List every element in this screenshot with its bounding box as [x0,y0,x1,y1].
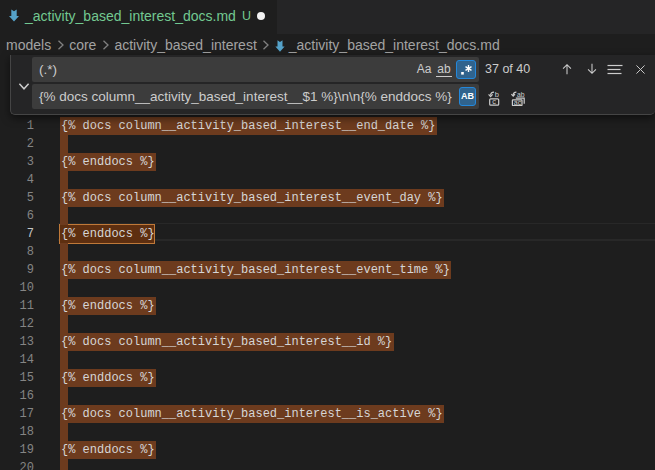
svg-text:ab: ab [517,91,525,98]
svg-text:ac: ac [514,98,522,105]
svg-text:c: c [492,97,496,106]
